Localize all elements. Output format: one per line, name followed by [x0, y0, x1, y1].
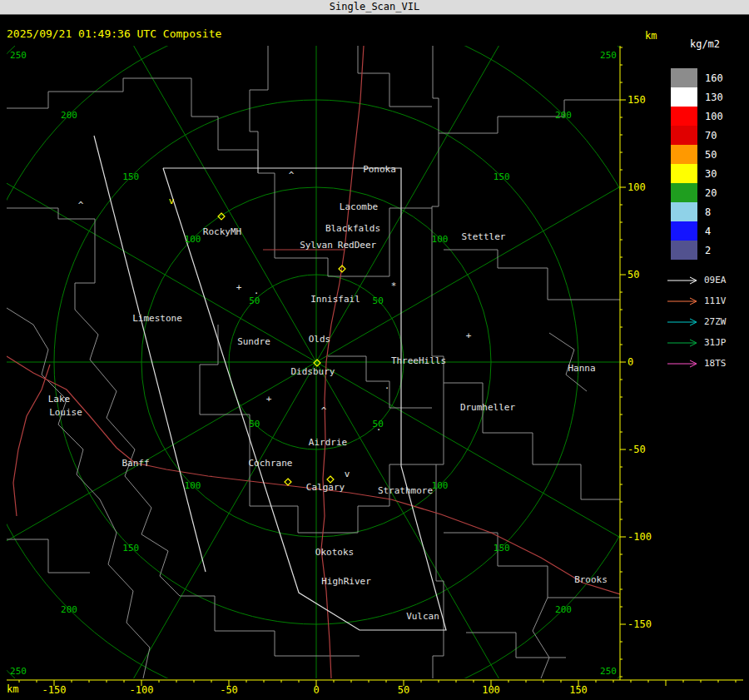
weather-marker-icon: v	[169, 196, 175, 206]
municipal-boundary-line	[7, 308, 150, 678]
legend-entry: 100	[671, 107, 749, 126]
azimuth-spoke	[0, 21, 749, 700]
bottom-axis-label: 0	[313, 684, 319, 696]
weather-marker-icon: *	[391, 280, 397, 291]
city-label: Olds	[309, 334, 331, 345]
legend-value: 20	[705, 187, 717, 199]
municipal-boundary-line	[439, 100, 620, 133]
bottom-axis-label: -150	[42, 684, 67, 696]
right-axis-label: -150	[627, 618, 652, 630]
city-label: Banff	[122, 458, 149, 469]
city-label: Strathmore	[378, 485, 433, 496]
color-swatch-icon	[671, 202, 697, 221]
track-id: 09EA	[704, 275, 727, 285]
weather-marker-icon: v	[345, 469, 350, 479]
radar-app-window: { "window": { "title": "Single_Scan_VIL"…	[0, 0, 749, 700]
right-axis-label: 100	[627, 181, 646, 193]
track-arrow-icon	[666, 317, 701, 327]
city-label: Didsbury	[291, 366, 335, 377]
legend-value: 70	[705, 130, 717, 141]
municipal-boundary-line	[180, 596, 360, 656]
range-ring-label: 150	[122, 543, 139, 554]
legend-value: 130	[705, 92, 723, 103]
range-ring-label: 250	[10, 50, 27, 61]
municipal-boundary-line	[358, 46, 432, 107]
range-ring-label: 100	[432, 480, 449, 491]
municipal-boundary-line	[7, 539, 90, 573]
color-swatch-icon	[671, 221, 697, 241]
city-label: Vulcan	[406, 611, 439, 622]
city-label: Louise	[49, 407, 82, 418]
legend-value: 160	[705, 72, 723, 84]
range-ring-label: 50	[249, 419, 260, 429]
legend-entry: 8	[671, 202, 749, 221]
right-axis-label: 50	[627, 269, 639, 280]
highway-line	[7, 356, 620, 594]
color-swatch-icon	[671, 145, 697, 164]
color-swatch-icon	[671, 87, 697, 107]
city-label: Okotoks	[315, 547, 354, 558]
track-arrow-icon	[666, 296, 701, 306]
city-label: Airdrie	[309, 437, 347, 448]
range-ring-label: 200	[555, 604, 572, 615]
color-swatch-icon	[671, 68, 697, 87]
legend-entry: 50	[671, 145, 749, 164]
range-ring-label: 100	[185, 480, 201, 491]
weather-marker-icon: ^	[78, 200, 84, 211]
city-label: Stettler	[462, 231, 506, 242]
track-legend-entry: 09EA	[666, 270, 749, 290]
city-label: Drumheller	[460, 402, 516, 413]
city-label: Limestone	[132, 313, 182, 324]
right-axis-label: -50	[627, 444, 646, 455]
azimuth-spoke	[0, 0, 657, 700]
azimuth-spoke	[0, 0, 657, 700]
color-swatch-icon	[671, 183, 697, 202]
municipal-boundary-line	[250, 46, 275, 193]
city-label: HighRiver	[321, 576, 371, 587]
legend-value: 2	[705, 245, 711, 256]
legend-value: 100	[705, 111, 723, 122]
city-label: Innisfail	[310, 294, 360, 305]
range-ring-label: 50	[373, 295, 384, 306]
range-ring-label: 150	[122, 171, 139, 182]
track-arrow-icon	[666, 359, 701, 369]
color-swatch-icon	[671, 241, 697, 260]
municipal-boundary-line	[444, 383, 620, 499]
range-ring-label: 100	[185, 234, 201, 245]
range-ring-label: 250	[600, 50, 617, 61]
legend-entry: 30	[671, 164, 749, 183]
legend-panel: kg/m2 16013010070503020842 09EA111V27ZW3…	[666, 38, 749, 374]
track-legend-entry: 27ZW	[666, 311, 749, 332]
range-ring-label: 150	[494, 171, 510, 182]
color-swatch-icon	[671, 164, 697, 183]
city-label: Lacombe	[340, 201, 378, 212]
municipal-boundary-line	[7, 78, 258, 173]
city-label: Brooks	[574, 574, 608, 585]
city-label: Hanna	[568, 363, 595, 374]
bottom-axis-label: 50	[398, 684, 409, 696]
radar-coverage-outline	[163, 168, 446, 630]
color-scale-entries: 16013010070503020842	[671, 68, 749, 260]
city-label: Ponoka	[363, 164, 396, 175]
azimuth-spoke	[0, 21, 749, 700]
municipal-boundary-line	[444, 533, 620, 598]
weather-marker-icon: ^	[321, 405, 327, 416]
storm-track-legend: 09EA111V27ZW31JP18TS	[666, 270, 749, 374]
legend-entry: 70	[671, 126, 749, 145]
city-label: RedDeer	[338, 240, 377, 251]
right-axis-label: -100	[627, 531, 652, 543]
weather-marker-icon: +	[236, 282, 242, 293]
weather-marker-icon: +	[466, 330, 472, 341]
range-ring-label: 200	[61, 110, 77, 121]
range-ring-label: 200	[555, 110, 572, 121]
legend-entry: 20	[671, 183, 749, 202]
bottom-axis-label: 150	[569, 684, 588, 696]
legend-entry: 130	[671, 87, 749, 107]
track-legend-entry: 31JP	[666, 332, 749, 353]
range-ring-label: 250	[10, 666, 27, 677]
weather-marker-icon: ·	[376, 424, 382, 435]
track-legend-entry: 111V	[666, 290, 749, 311]
track-id: 27ZW	[704, 316, 727, 327]
track-arrow-icon	[666, 338, 701, 348]
city-label: Sylvan	[300, 240, 333, 251]
